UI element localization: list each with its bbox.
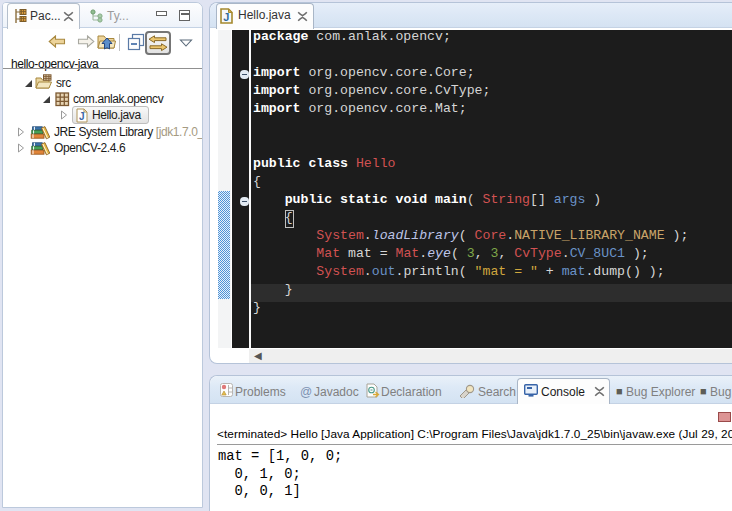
svg-text:J: J bbox=[79, 111, 85, 122]
svg-text:J: J bbox=[223, 11, 229, 23]
